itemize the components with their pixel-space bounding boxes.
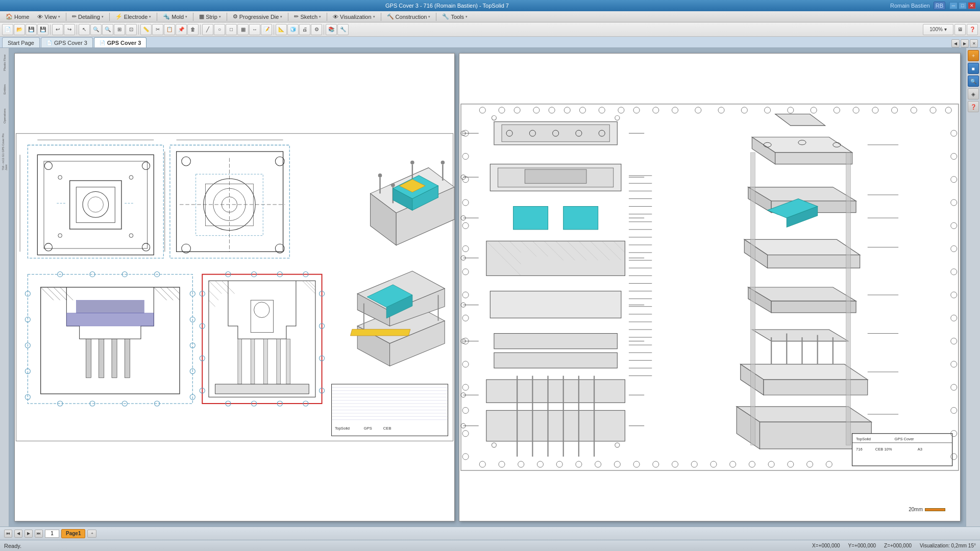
nav-next-page[interactable]: ▶ [24, 530, 33, 538]
tb-paste[interactable]: 📌 [176, 24, 187, 35]
tb-select[interactable]: ↖ [79, 24, 90, 35]
menu-construction[interactable]: 🔨 Construction ▾ [383, 12, 434, 21]
tab-scroll-right[interactable]: ▶ [961, 39, 969, 47]
right-icon-add[interactable]: ＋ [968, 50, 979, 61]
left-icon-plastic-flow[interactable]: Plastic Flow [1, 50, 8, 76]
status-ready-label: Ready. [4, 543, 21, 549]
tb-print[interactable]: 🖨 [299, 24, 310, 35]
right-icon-settings[interactable]: ◈ [968, 88, 979, 99]
right-icon-help[interactable]: ❓ [968, 101, 979, 112]
tb-new[interactable]: 📄 [2, 24, 13, 35]
svg-rect-93 [125, 339, 130, 378]
tb-zoom-out[interactable]: 🔍 [102, 24, 113, 35]
left-panel: Plastic Flow Entities Operations 716 - m… [0, 48, 9, 527]
tb-zoom-fit[interactable]: ⊞ [114, 24, 125, 35]
menu-strip[interactable]: ▦ Strip ▾ [195, 12, 225, 21]
visualization-info: Visualization: 0,2mm 15° [920, 543, 976, 548]
tb-rect[interactable]: □ [226, 24, 237, 35]
menu-separator-9 [436, 13, 436, 21]
tb-layer[interactable]: 📚 [326, 24, 337, 35]
tab-start-page[interactable]: Start Page [2, 37, 40, 47]
svg-rect-155 [525, 169, 586, 183]
svg-rect-269 [846, 153, 851, 445]
tb-open[interactable]: 📂 [14, 24, 25, 35]
tb-view-sheet[interactable]: 📐 [276, 24, 287, 35]
tb-redo[interactable]: ↪ [64, 24, 75, 35]
title-bar: GPS Cover 3 - 716 (Romain Bastien) - Top… [0, 0, 980, 11]
drawing-sheet-2: TopSolid GPS Cover 716 CEB 10% A3 [459, 53, 961, 521]
menu-progressive-die[interactable]: ⚙ Progressive Die ▾ [229, 12, 286, 21]
minimize-button[interactable]: ─ [949, 2, 958, 9]
svg-text:TopSolid: TopSolid [335, 426, 350, 431]
tb-measure[interactable]: 📏 [140, 24, 152, 35]
title-block-sheet2: TopSolid GPS Cover 716 CEB 10% A3 [852, 434, 952, 466]
menu-detailing[interactable]: ✏ Detailing ▾ [68, 12, 107, 21]
menu-separator-2 [109, 13, 110, 21]
menu-tools[interactable]: 🔧 Tools ▾ [438, 12, 471, 21]
menu-sketch[interactable]: ✏ Sketch ▾ [290, 12, 325, 21]
menu-home[interactable]: 🏠 Home [2, 12, 33, 21]
right-icon-view[interactable]: ■ [968, 63, 979, 74]
left-icon-operations[interactable]: Operations [1, 103, 8, 129]
menu-mold[interactable]: 🔩 Mold ▾ [159, 12, 191, 21]
tb-zoom-level[interactable]: 100% ▾ [923, 24, 953, 35]
menu-separator-7 [327, 13, 327, 21]
svg-text:CEB 10%: CEB 10% [875, 447, 892, 452]
add-page-btn[interactable]: + [87, 530, 96, 538]
menu-view[interactable]: 👁 View ▾ [34, 12, 64, 21]
tb-circle[interactable]: ○ [214, 24, 225, 35]
drawing-area[interactable]: TopSolid GPS CEB [9, 48, 966, 527]
tb-help[interactable]: ❓ [967, 24, 978, 35]
left-icon-part-label: 716 - m11 G1 GPS Cover Pin Joint [1, 130, 8, 170]
tb-hatch[interactable]: ▦ [237, 24, 249, 35]
page-number-input[interactable] [45, 530, 59, 538]
tb-save[interactable]: 💾 [26, 24, 37, 35]
tab-gps-cover-3-1[interactable]: 📄 GPS Cover 3 [41, 37, 93, 47]
nav-first-page[interactable]: ⏮ [4, 530, 12, 538]
svg-rect-156 [513, 207, 548, 230]
svg-marker-241 [775, 153, 852, 164]
svg-point-39 [378, 173, 382, 178]
svg-text:GPS: GPS [364, 426, 372, 431]
tb-dim[interactable]: ↔ [249, 24, 260, 35]
tb-zoom-window[interactable]: ⊡ [126, 24, 137, 35]
tb-undo[interactable]: ↩ [52, 24, 63, 35]
tb-properties[interactable]: 🔧 [337, 24, 349, 35]
tb-cut[interactable]: ✂ [152, 24, 163, 35]
menu-separator-3 [157, 13, 157, 21]
svg-rect-58 [351, 329, 410, 336]
toolbar: 📄 📂 💾 💾 ↩ ↪ ↖ 🔍 🔍 ⊞ ⊡ 📏 ✂ 📋 📌 🗑 ╱ ○ □ ▦ … [0, 22, 980, 37]
tb-copy[interactable]: 📋 [164, 24, 175, 35]
nav-last-page[interactable]: ⏭ [35, 530, 43, 538]
tab-bar: Start Page 📄 GPS Cover 3 📄 GPS Cover 3 ◀… [0, 37, 980, 48]
svg-rect-176 [486, 410, 625, 441]
menu-separator-6 [288, 13, 288, 21]
nav-prev-page[interactable]: ◀ [14, 530, 22, 538]
close-button[interactable]: ✕ [968, 2, 976, 9]
tab-gps-cover-3-2[interactable]: 📄 GPS Cover 3 [94, 37, 147, 47]
tb-line[interactable]: ╱ [202, 24, 213, 35]
tb-delete[interactable]: 🗑 [187, 24, 199, 35]
svg-text:CEB: CEB [383, 426, 391, 431]
svg-rect-158 [486, 241, 625, 276]
bottom-bar: ⏮ ◀ ▶ ⏭ Page1 + [0, 527, 980, 540]
menu-electrode[interactable]: ⚡ Electrode ▾ [112, 12, 155, 21]
svg-rect-109 [251, 339, 255, 384]
x-coord: X=+000,000 [812, 543, 840, 548]
user-name: Romain Bastien [890, 3, 930, 9]
svg-text:A3: A3 [918, 447, 922, 452]
tb-settings[interactable]: ⚙ [311, 24, 322, 35]
tab-close[interactable]: ✕ [970, 39, 978, 47]
tb-view-3d[interactable]: 🧊 [287, 24, 299, 35]
tb-note[interactable]: 📝 [261, 24, 272, 35]
tb-view-options[interactable]: 🖥 [954, 24, 966, 35]
page-tab-1[interactable]: Page1 [61, 529, 85, 538]
tb-zoom-in[interactable]: 🔍 [90, 24, 102, 35]
right-icon-search[interactable]: 🔍 [968, 76, 979, 87]
svg-rect-175 [486, 380, 625, 403]
tab-scroll-left[interactable]: ◀ [951, 39, 960, 47]
maximize-button[interactable]: □ [959, 2, 967, 9]
menu-visualization[interactable]: 👁 Visualization ▾ [329, 12, 379, 21]
left-icon-entities[interactable]: Entities [1, 77, 8, 102]
tb-saveall[interactable]: 💾 [37, 24, 48, 35]
